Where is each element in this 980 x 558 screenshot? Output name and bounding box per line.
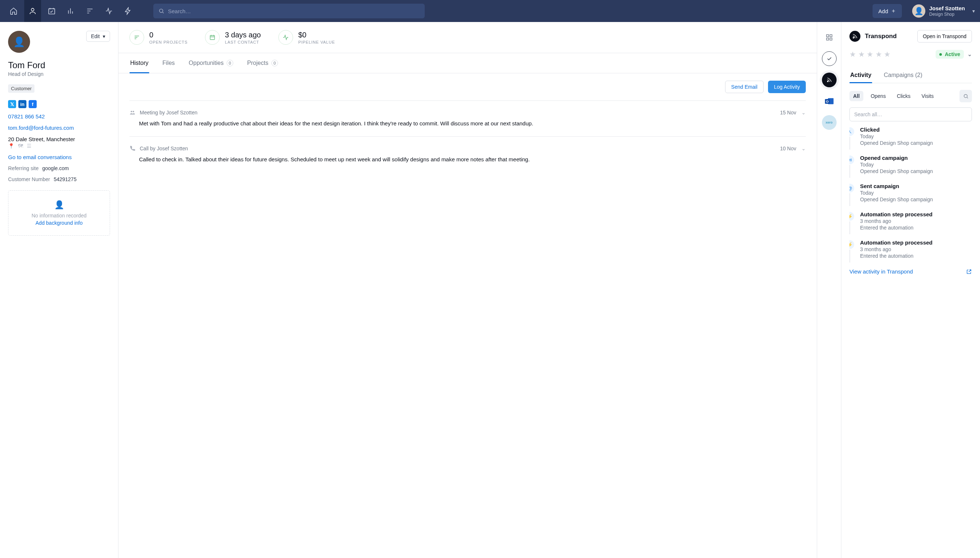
entry-body: Called to check in. Talked about their i… — [139, 155, 806, 164]
nav-calendar-icon[interactable] — [43, 0, 60, 22]
rail-tasks-icon[interactable] — [822, 51, 837, 66]
projects-count: 0 — [271, 60, 278, 66]
chevron-down-icon[interactable]: ⌄ — [801, 110, 806, 115]
contact-email[interactable]: tom.ford@ford-futures.com — [8, 125, 110, 131]
svg-rect-6 — [826, 35, 829, 37]
add-label: Add — [878, 8, 888, 14]
twitter-icon[interactable]: 𝕏 — [8, 100, 16, 108]
status-dropdown[interactable]: Active ⌄ — [936, 50, 972, 59]
no-info-text: No information recorded — [12, 213, 106, 218]
svg-point-0 — [31, 8, 34, 11]
topbar: Add 👤 Josef Szotten Design Shop ▾ — [0, 0, 980, 22]
activity-search-input[interactable] — [854, 112, 967, 117]
chevron-down-icon[interactable]: ⌄ — [801, 146, 806, 151]
background-box[interactable]: 👤 No information recorded Add background… — [8, 190, 110, 236]
bolt-icon: ⚡ — [849, 211, 855, 222]
facebook-icon[interactable]: f — [29, 100, 37, 108]
contact-sidebar: 👤 Edit ▾ Tom Ford Head of Design Custome… — [0, 22, 118, 558]
user-menu[interactable]: 👤 Josef Szotten Design Shop ▾ — [912, 4, 975, 18]
activity-search[interactable] — [849, 107, 972, 121]
svg-rect-8 — [826, 38, 829, 40]
add-background-link[interactable]: Add background info — [12, 220, 106, 226]
filter-visits[interactable]: Visits — [918, 91, 937, 101]
nav-automations-icon[interactable] — [120, 0, 136, 22]
contact-name: Tom Ford — [8, 60, 110, 71]
integrations-rail: O xero — [817, 22, 841, 558]
tab-opportunities[interactable]: Opportunities 0 — [188, 53, 234, 73]
transpond-logo-icon — [849, 31, 860, 42]
activity-feed: ↖ Clicked Today Opened Design Shop campa… — [849, 126, 972, 263]
tab-activity[interactable]: Activity — [849, 67, 872, 83]
pipeline-value: $0 — [298, 31, 335, 39]
add-button[interactable]: Add — [873, 4, 902, 18]
list-icon[interactable]: ☰ — [27, 143, 31, 149]
filter-opens[interactable]: Opens — [867, 91, 890, 101]
open-in-transpond-button[interactable]: Open in Transpond — [917, 30, 972, 43]
filter-all[interactable]: All — [849, 91, 863, 101]
projects-stat-icon — [130, 30, 144, 45]
send-email-button[interactable]: Send Email — [725, 80, 764, 93]
rail-outlook-icon[interactable]: O — [822, 94, 837, 108]
search-input[interactable] — [168, 8, 420, 14]
user-org: Design Shop — [929, 12, 965, 17]
nav-home-icon[interactable] — [5, 0, 22, 22]
map-icon[interactable]: 🗺 — [18, 143, 23, 149]
edit-button[interactable]: Edit ▾ — [86, 31, 110, 42]
log-activity-button[interactable]: Log Activity — [768, 80, 806, 93]
linkedin-icon[interactable]: in — [18, 100, 26, 108]
svg-point-10 — [827, 81, 828, 82]
nav-contacts-icon[interactable] — [24, 0, 41, 22]
feed-item[interactable]: ✉ Opened campaign Today Opened Design Sh… — [849, 155, 972, 178]
activity-search-button[interactable] — [959, 90, 972, 102]
main-tabs: History Files Opportunities 0 Projects 0 — [118, 53, 817, 73]
email-conversations-link[interactable]: Go to email conversations — [8, 154, 110, 160]
tab-campaigns[interactable]: Campaigns (2) — [883, 67, 923, 83]
avatar: 👤 — [912, 4, 925, 18]
contact-phone[interactable]: 07821 866 542 — [8, 113, 110, 120]
feed-item[interactable]: ⚡ Automation step processed 3 months ago… — [849, 240, 972, 263]
tab-history[interactable]: History — [130, 53, 149, 73]
rating-stars[interactable]: ★ ★ ★ ★ ★ — [849, 50, 891, 59]
tab-projects[interactable]: Projects 0 — [246, 53, 279, 73]
customer-tag[interactable]: Customer — [8, 84, 34, 93]
nav-reports-icon[interactable] — [62, 0, 79, 22]
external-link-icon[interactable] — [966, 269, 972, 275]
pipeline-stat-icon — [278, 30, 293, 45]
referring-site-value: google.com — [42, 165, 69, 171]
contact-address: 20 Dale Street, Manchester — [8, 136, 110, 142]
chevron-down-icon: ▾ — [103, 33, 105, 39]
filter-clicks[interactable]: Clicks — [893, 91, 914, 101]
main-panel: 0 Open Projects 3 days ago Last Contact — [118, 22, 817, 558]
feed-item[interactable]: ⚡ Automation step processed 3 months ago… — [849, 211, 972, 234]
timeline-entry[interactable]: Meeting by Josef Szotten 15 Nov ⌄ Met wi… — [130, 100, 806, 136]
feed-item[interactable]: ↖ Clicked Today Opened Design Shop campa… — [849, 126, 972, 149]
svg-point-15 — [964, 94, 967, 97]
rail-apps-icon[interactable] — [822, 30, 837, 45]
person-add-icon: 👤 — [12, 200, 106, 210]
svg-text:O: O — [826, 100, 829, 103]
last-contact-label: Last Contact — [225, 40, 261, 44]
bolt-icon: ⚡ — [849, 240, 855, 249]
nav-activity-icon[interactable] — [100, 0, 117, 22]
customer-number-value: 54291275 — [54, 176, 76, 182]
tab-files[interactable]: Files — [162, 53, 176, 73]
pin-icon[interactable]: 📍 — [8, 143, 14, 149]
nav-tasks-icon[interactable] — [81, 0, 98, 22]
customer-number-label: Customer Number — [8, 176, 50, 182]
open-projects-value: 0 — [149, 31, 187, 39]
svg-point-5 — [133, 111, 134, 112]
feed-item[interactable]: @ Sent campaign Today Opened Design Shop… — [849, 183, 972, 206]
mail-icon: ✉ — [849, 155, 855, 165]
global-search[interactable] — [153, 4, 425, 18]
meeting-icon — [130, 110, 135, 115]
view-in-transpond-link[interactable]: View activity in Transpond — [849, 268, 913, 275]
svg-rect-7 — [830, 35, 832, 37]
rail-transpond-icon[interactable] — [822, 72, 837, 87]
pipeline-label: Pipeline Value — [298, 40, 335, 44]
rail-xero-icon[interactable]: xero — [822, 115, 837, 130]
stats-row: 0 Open Projects 3 days ago Last Contact — [118, 22, 817, 53]
svg-point-4 — [131, 111, 132, 112]
timeline-entry[interactable]: Call by Josef Szotten 10 Nov ⌄ Called to… — [130, 136, 806, 172]
entry-body: Met with Tom and had a really productive… — [139, 119, 806, 128]
entry-title: Meeting by Josef Szotten — [140, 110, 197, 115]
